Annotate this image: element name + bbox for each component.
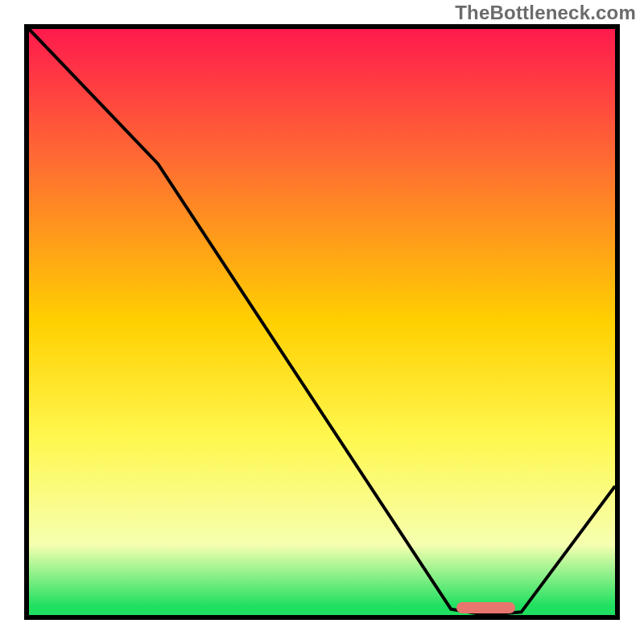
- plot-svg: [29, 29, 615, 615]
- plot-frame: [24, 24, 620, 620]
- watermark-text: TheBottleneck.com: [455, 2, 636, 24]
- gradient-background: [29, 29, 615, 615]
- minimum-marker: [456, 602, 515, 613]
- chart-stage: TheBottleneck.com: [0, 0, 644, 644]
